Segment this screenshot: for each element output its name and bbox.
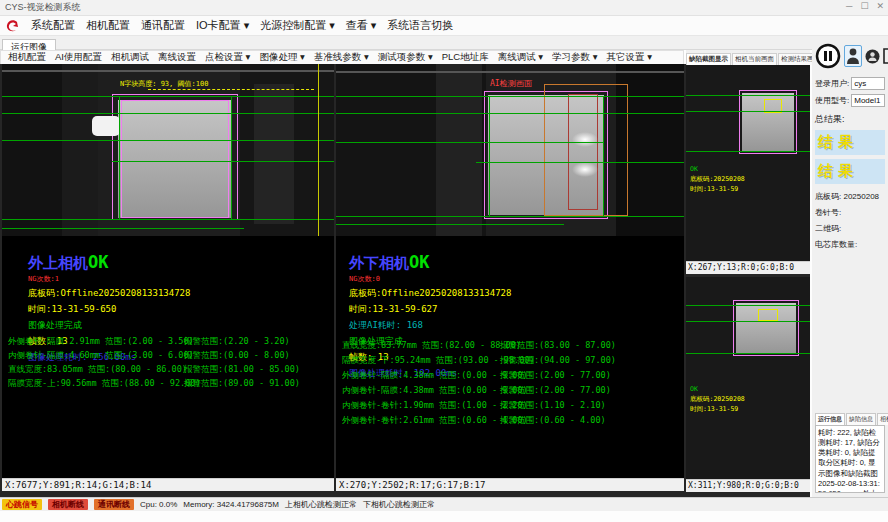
machine-arm [254, 84, 294, 224]
tool-camera-debug[interactable]: 相机调试 [111, 51, 149, 64]
cell-count-row: 电芯库数量: [815, 239, 885, 250]
menu-light-config[interactable]: 光源控制配置 ▾ [260, 18, 335, 33]
user-button[interactable] [844, 45, 862, 67]
tab-defect-snapshot[interactable]: 缺陷截图显示 [686, 53, 731, 65]
tool-other-settings[interactable]: 其它设置 ▾ [607, 51, 652, 64]
ai-view-label: AI检测画面 [490, 78, 532, 89]
measure-value: 直线宽度:83.77mm 范围:(82.00 - 88.00) [342, 340, 500, 355]
baseline-line [336, 96, 684, 97]
camera-view-upper[interactable]: N字块高度: 93, 阈值:100 外上相机OK NG次数:1 底板码:Offl… [2, 64, 334, 491]
tool-baseline-params[interactable]: 基准线参数 ▾ [314, 51, 369, 64]
tool-test-params[interactable]: 测试项参数 ▾ [378, 51, 433, 64]
camera-title: 外下相机OK [349, 252, 680, 273]
measurement-row: 直线宽度:83.77mm 范围:(82.00 - 88.00)报警范围:(83.… [342, 340, 682, 355]
tool-camera-config[interactable]: 相机配置 [8, 51, 46, 64]
baseline-line [2, 96, 334, 97]
login-user-field[interactable]: cys [851, 77, 885, 90]
tool-spot-check[interactable]: 点检设置 ▾ [205, 51, 250, 64]
close-icon[interactable]: ✕ [876, 1, 884, 11]
alarm-range: 报警范围:(2.00 - 77.00) [500, 370, 682, 385]
menu-camera-config[interactable]: 相机配置 [86, 18, 130, 33]
menu-comm-config[interactable]: 通讯配置 [141, 18, 185, 33]
menu-system-config[interactable]: 系统配置 [31, 18, 75, 33]
measurement-row: 内侧卷针-隔膜:4.60mm 范围:(3.00 - 6.00)报警范围:(0.0… [8, 350, 332, 364]
baseline-line [686, 353, 810, 354]
machine-column [436, 64, 482, 236]
lower-cam-heartbeat: 下相机心跳检测正常 [363, 499, 435, 510]
alarm-range: 报警范围:(1.10 - 2.10) [500, 400, 682, 415]
tool-learn-params[interactable]: 学习参数 ▾ [552, 51, 597, 64]
right-sidebar: 登录用户: cys 使用型号: Model1 总结果: 结果 结果 底板码: 2… [812, 36, 888, 497]
camera-name: 外下相机 [349, 254, 409, 272]
maximize-icon[interactable]: ☐ [860, 1, 868, 11]
measurement-row: 隔膜宽度-下:95.24mm 范围:(93.00 - 98.00)报警范围:(9… [342, 355, 682, 370]
ng-count-line: NG次数:0 [349, 274, 680, 284]
tool-image-processing[interactable]: 图像处理 ▾ [259, 51, 304, 64]
window-controls: ─ ☐ ✕ [846, 1, 884, 11]
board-code-value: 20250208 [843, 192, 879, 201]
tab-camera-info[interactable]: 相机信息 [877, 413, 888, 425]
menu-language-switch[interactable]: 系统语言切换 [387, 18, 453, 33]
tool-plc-address[interactable]: PLC地址库 [442, 51, 489, 64]
snapshot-board-code: 底板码:20250208 [690, 395, 745, 405]
camera-title: 外上相机OK [28, 252, 330, 273]
total-result-label: 总结果: [815, 113, 885, 126]
baseline-line [686, 95, 810, 96]
time-line: 时间:13-31-59-650 [28, 303, 330, 316]
tool-offline-settings[interactable]: 离线设置 [158, 51, 196, 64]
login-user-row: 登录用户: cys [815, 77, 885, 90]
needle-no-row: 卷针号: [815, 207, 885, 218]
operator-button[interactable] [865, 49, 880, 64]
measurement-row: 直线宽度:83.05mm 范围:(80.00 - 86.00)报警范围:(81.… [8, 364, 332, 378]
camera-image-upper: N字块高度: 93, 阈值:100 [2, 64, 334, 236]
ng-count-line: NG次数:1 [28, 274, 330, 284]
exit-button[interactable] [883, 48, 888, 64]
needle-no-label: 卷针号: [815, 208, 841, 217]
time-line: 时间:13-31-59-627 [349, 303, 680, 316]
baseline-line [336, 113, 684, 114]
alarm-range: 报警范围:(2.00 - 77.00) [500, 385, 682, 400]
snapshot-overlay-text: OK 底板码:20250208 时间:13-31-59 [690, 385, 745, 414]
heartbeat-badge: 心跳信号 [2, 499, 42, 510]
login-user-label: 登录用户: [815, 78, 849, 89]
app-logo-icon [4, 18, 20, 34]
measurement-row: 内侧卷针-卷针:1.90mm 范围:(1.00 - 2.20)报警范围:(1.1… [342, 400, 682, 415]
cpu-usage: Cpu: 0.0% [140, 500, 177, 509]
baseline-line [2, 140, 334, 141]
snapshot-image-lower: OK 底板码:20250208 时间:13-31-59 [686, 277, 810, 479]
info-section: 运行信息 缺陷信息 相机信息 耗时: 222, 缺陷检测耗时: 17, 缺陷分类… [815, 413, 885, 493]
snapshot-board-code: 底板码:20250208 [690, 175, 745, 185]
board-code-label: 底板码: [815, 192, 841, 201]
measure-dashed-line [148, 89, 314, 90]
run-info-log[interactable]: 耗时: 222, 缺陷检测耗时: 17, 缺陷分类耗时: 0, 缺陷提取分区耗时… [815, 425, 885, 493]
baseline-line [336, 224, 564, 225]
minimize-icon[interactable]: ─ [846, 1, 852, 11]
measurement-row: 隔膜宽度-上:90.56mm 范围:(88.00 - 92.00)报警范围:(8… [8, 378, 332, 392]
tab-camera-live[interactable]: 相机当前画面 [732, 53, 777, 65]
alarm-range: 报警范围:(89.00 - 91.00) [184, 378, 332, 392]
tool-offline-debug[interactable]: 离线调试 ▾ [498, 51, 543, 64]
snapshot-tabs: 缺陷截图显示 相机当前画面 检测结果画面 [686, 50, 810, 65]
measure-value: 外侧卷针-卷针:2.61mm 范围:(0.60 - 4.00) [342, 415, 500, 430]
camera-offline-badge: 相机断线 [48, 499, 88, 510]
tool-ai-config[interactable]: AI使用配置 [55, 51, 102, 64]
tab-run-info[interactable]: 运行信息 [815, 413, 845, 425]
menu-view[interactable]: 查看 ▾ [346, 18, 377, 33]
reflection-flare [572, 132, 598, 147]
baseline-line [476, 162, 684, 163]
menu-io-config[interactable]: IO卡配置 ▾ [196, 18, 249, 33]
pause-button[interactable] [815, 43, 841, 69]
camera-view-lower[interactable]: AI检测画面 外下相机OK NG次数:0 底板码:Offline20250208… [336, 64, 684, 491]
model-field[interactable]: Model1 [851, 94, 885, 107]
snapshot-time: 时间:13-31-59 [690, 405, 745, 415]
measure-value: 外侧卷针-隔膜:4.38mm 范围:(0.00 - 9.00) [342, 370, 500, 385]
alarm-range: 报警范围:(83.00 - 87.00) [500, 340, 682, 355]
tab-defect-info[interactable]: 缺陷信息 [846, 413, 876, 425]
snapshot-view-upper[interactable]: OK 底板码:20250208 时间:13-31-59 X:267;Y:13;R… [686, 65, 810, 274]
snapshot-view-lower[interactable]: OK 底板码:20250208 时间:13-31-59 X:311;Y:980;… [686, 277, 810, 492]
measure-value: 隔膜宽度-上:90.56mm 范围:(88.00 - 92.00) [8, 378, 184, 392]
upper-cam-heartbeat: 上相机心跳检测正常 [285, 499, 357, 510]
board-code-row: 底板码: 20250208 [815, 191, 885, 202]
baseline-line [686, 321, 810, 322]
baseline-line [686, 151, 810, 152]
